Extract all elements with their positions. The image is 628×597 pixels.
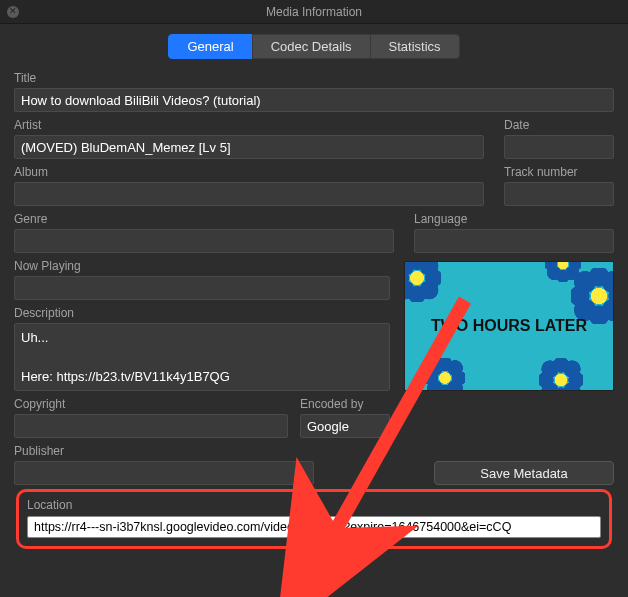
tab-codec-details[interactable]: Codec Details <box>252 34 371 59</box>
date-field[interactable] <box>504 135 614 159</box>
date-label: Date <box>504 118 614 132</box>
flower-icon <box>545 261 581 282</box>
artist-label: Artist <box>14 118 484 132</box>
flower-icon <box>539 358 583 391</box>
album-label: Album <box>14 165 484 179</box>
now-playing-label: Now Playing <box>14 259 390 273</box>
genre-label: Genre <box>14 212 394 226</box>
copyright-label: Copyright <box>14 397 288 411</box>
description-field[interactable] <box>14 323 390 391</box>
album-field[interactable] <box>14 182 484 206</box>
genre-field[interactable] <box>14 229 394 253</box>
now-playing-field[interactable] <box>14 276 390 300</box>
tab-statistics[interactable]: Statistics <box>370 34 460 59</box>
publisher-field[interactable] <box>14 461 314 485</box>
publisher-label: Publisher <box>14 444 390 458</box>
tab-general[interactable]: General <box>168 34 252 59</box>
location-highlight: Location <box>16 489 612 549</box>
location-field[interactable] <box>27 516 601 538</box>
save-metadata-button[interactable]: Save Metadata <box>434 461 614 485</box>
copyright-field[interactable] <box>14 414 288 438</box>
encoded-by-field[interactable] <box>300 414 390 438</box>
encoded-by-label: Encoded by <box>300 397 390 411</box>
video-thumbnail: TWO HOURS LATER <box>404 261 614 391</box>
language-field[interactable] <box>414 229 614 253</box>
flower-icon <box>404 261 441 302</box>
title-label: Title <box>14 71 614 85</box>
location-label: Location <box>27 498 601 512</box>
window-title: Media Information <box>266 5 362 19</box>
title-field[interactable] <box>14 88 614 112</box>
artist-field[interactable] <box>14 135 484 159</box>
flower-icon <box>425 358 465 391</box>
description-label: Description <box>14 306 390 320</box>
language-label: Language <box>414 212 614 226</box>
close-icon[interactable]: ✕ <box>7 6 19 18</box>
tabs: General Codec Details Statistics <box>0 34 628 59</box>
thumbnail-overlay-text: TWO HOURS LATER <box>405 317 613 335</box>
track-number-label: Track number <box>504 165 614 179</box>
track-number-field[interactable] <box>504 182 614 206</box>
titlebar: ✕ Media Information <box>0 0 628 24</box>
